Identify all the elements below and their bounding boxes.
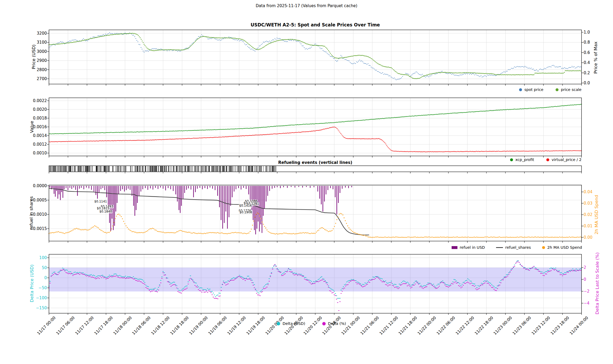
ma-usd-spend-marker-icon: [542, 246, 545, 249]
y-tick-label: 0.0020: [0, 107, 47, 112]
dashboard-figure: Data from 2025-11-17 (Values from Parque…: [0, 0, 613, 364]
y-tick-label: −0.0015: [0, 226, 47, 231]
y-tick-label: −4: [584, 301, 589, 306]
y-tick-label: 0.2: [584, 71, 590, 75]
y-tick-label: 0.02: [584, 212, 592, 217]
y-tick-label: −150: [0, 306, 47, 310]
legend-label: refuel_shares: [505, 245, 531, 250]
refuel-price-annotation: $0.1416: [239, 204, 252, 208]
y-tick-label: 0.00: [584, 235, 592, 240]
y-tick-label: 3100: [0, 40, 47, 45]
y-tick-label: 0.0: [584, 81, 590, 85]
y-tick-label: 50: [0, 265, 47, 270]
y-tick-label: 2: [584, 265, 586, 270]
legend-item-delta-pct: Delta (%): [322, 321, 346, 326]
y-tick-label: −0.0005: [0, 198, 47, 202]
y-tick-label: 0.4: [584, 60, 590, 65]
price-ylabel-left: Price (USD): [31, 44, 36, 69]
legend-label: 2h MA USD Spend: [547, 245, 582, 250]
y-tick-label: 1.0: [584, 30, 590, 35]
value-legend: xcp_profit virtual_price / 2: [510, 158, 582, 162]
refuel-price-annotation: $0.1141: [94, 200, 107, 203]
spot-price-marker-icon: [519, 88, 522, 91]
y-tick-label: 0.0000: [0, 183, 47, 188]
y-tick-label: 3200: [0, 31, 47, 36]
figure-suptitle: Data from 2025-11-17 (Values from Parque…: [0, 3, 613, 8]
y-tick-label: 3000: [0, 49, 47, 54]
legend-item-refuel-usd: refuel in USD: [452, 245, 485, 250]
events-strip-title: Refueling events (vertical lines): [49, 160, 582, 165]
refuel-ylabel-right: 2h MA USD Spend: [594, 195, 599, 234]
price-scale-marker-icon: [556, 88, 558, 91]
y-tick-label: −100: [0, 296, 47, 300]
y-tick-label: 100: [0, 255, 47, 260]
y-tick-label: 0: [0, 275, 47, 280]
y-tick-label: 0.6: [584, 50, 590, 55]
y-tick-label: −2: [584, 289, 589, 294]
y-tick-label: 0.0014: [0, 133, 47, 138]
refuel-price-annotation: $0.1840: [99, 210, 112, 213]
y-tick-label: 0.04: [584, 190, 592, 194]
y-tick-label: 0.0012: [0, 142, 47, 147]
legend-item-virtual-price: virtual_price / 2: [546, 158, 582, 162]
y-tick-label: 2900: [0, 58, 47, 63]
delta-legend: Delta (USD) Delta (%): [277, 321, 346, 326]
y-tick-label: 0.0018: [0, 116, 47, 121]
y-tick-label: 0: [584, 277, 586, 282]
xcp-profit-marker-icon: [510, 158, 513, 161]
legend-item-refuel-shares: refuel_shares: [496, 245, 531, 250]
legend-label: spot price: [524, 87, 543, 92]
legend-item-ma-usd-spend: 2h MA USD Spend: [542, 245, 582, 250]
virtual-price-marker-icon: [546, 158, 549, 161]
legend-item-delta-usd: Delta (USD): [277, 321, 305, 326]
delta-ylabel-right: Delta Price Last to Scale (%): [595, 252, 600, 314]
y-tick-label: 2700: [0, 76, 47, 81]
y-tick-label: −0.0010: [0, 212, 47, 217]
y-tick-label: 0.0016: [0, 125, 47, 129]
price-ylabel-right: Price % of Max: [593, 42, 598, 74]
delta-pct-marker-icon: [322, 322, 326, 325]
delta-usd-marker-icon: [277, 322, 280, 325]
legend-label: xcp_profit: [515, 158, 534, 162]
y-tick-label: −50: [0, 285, 47, 290]
legend-item-spot-price: spot price: [519, 87, 543, 92]
y-tick-label: 2800: [0, 67, 47, 72]
y-tick-label: 0.0010: [0, 151, 47, 155]
legend-label: Delta (%): [328, 321, 346, 326]
refuel-shares-marker-icon: [496, 247, 503, 248]
legend-item-price-scale: price scale: [556, 87, 582, 92]
refuel-usd-marker-icon: [452, 246, 457, 249]
refuel-price-annotation: $0.1908: [239, 211, 252, 214]
y-tick-label: 0.03: [584, 201, 592, 206]
charts-canvas: [0, 0, 613, 364]
legend-item-xcp-profit: xcp_profit: [510, 158, 534, 162]
refuel-legend: refuel in USD refuel_shares 2h MA USD Sp…: [452, 245, 582, 250]
legend-label: refuel in USD: [460, 245, 485, 250]
legend-label: price scale: [561, 87, 582, 92]
y-tick-label: 0.0022: [0, 98, 47, 103]
price-legend: spot price price scale: [519, 87, 582, 92]
y-tick-label: 0.01: [584, 224, 592, 228]
legend-label: Delta (USD): [283, 321, 305, 326]
legend-label: virtual_price / 2: [552, 158, 582, 162]
y-tick-label: 0.8: [584, 40, 590, 45]
price-chart-title: USDC/WETH A2-5: Spot and Scale Prices Ov…: [49, 22, 582, 27]
